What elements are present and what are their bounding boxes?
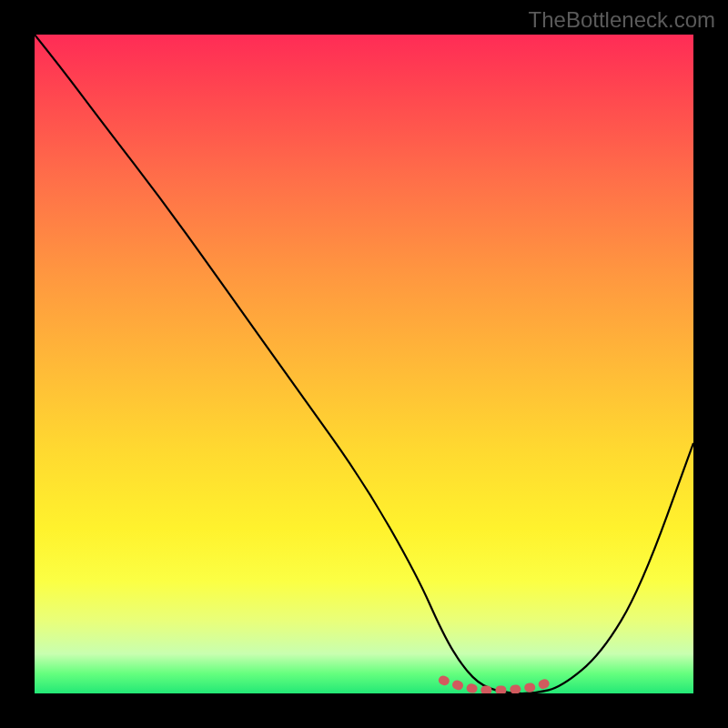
bottleneck-curve-line bbox=[35, 35, 693, 693]
optimal-range-marker bbox=[443, 681, 555, 691]
chart-svg bbox=[35, 35, 693, 693]
watermark-text: TheBottleneck.com bbox=[529, 7, 715, 33]
chart-plot-area bbox=[35, 35, 693, 693]
